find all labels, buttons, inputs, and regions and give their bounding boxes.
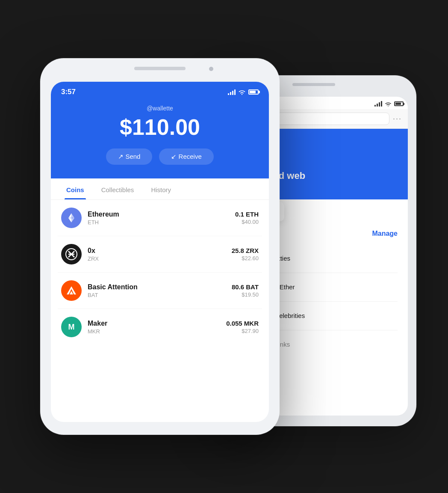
wallet-header: 3:57 @w: [51, 82, 269, 178]
back-battery-icon: [394, 101, 404, 106]
status-icons: [228, 89, 259, 95]
coin-symbol-bat: BAT: [88, 292, 226, 298]
browser-menu-button[interactable]: ···: [393, 114, 402, 123]
eth-icon: [61, 208, 82, 228]
coin-amount-mkr: 0.055 MKR: [226, 320, 259, 327]
receive-button[interactable]: ↙ Receive: [159, 148, 213, 165]
battery-fill: [250, 91, 256, 93]
phone-front: 3:57 @w: [40, 58, 280, 435]
coin-symbol-zrx: ZRX: [88, 255, 226, 262]
coin-info-bat: Basic Attention BAT: [88, 283, 226, 298]
svg-point-0: [242, 94, 242, 95]
wallet-username: @wallette: [61, 105, 259, 112]
coin-item-eth[interactable]: Ethereum ETH 0.1 ETH $40.00: [58, 200, 262, 236]
back-signal-icon: [374, 101, 382, 107]
wifi-icon: [238, 89, 246, 95]
coin-amount-zrx: 25.8 ZRX: [232, 247, 259, 254]
front-phone-screen: 3:57 @w: [51, 82, 269, 422]
svg-text:M: M: [68, 323, 75, 331]
coin-value-zrx: 25.8 ZRX $22.60: [232, 247, 259, 261]
wallet-actions: ↗ Send ↙ Receive: [61, 148, 259, 165]
coin-info-zrx: 0x ZRX: [88, 247, 226, 262]
coin-name-mkr: Maker: [88, 320, 220, 327]
coin-list: Ethereum ETH 0.1 ETH $40.00: [51, 200, 269, 345]
scene: coinbase.com ··· ecentralized web er DAp…: [32, 33, 416, 460]
tab-collectibles[interactable]: Collectibles: [93, 178, 143, 199]
front-phone-notch: [134, 67, 186, 70]
tab-coins[interactable]: Coins: [58, 178, 93, 199]
coin-usd-eth: $40.00: [235, 219, 259, 225]
mkr-icon: M: [61, 317, 82, 337]
coin-usd-bat: $19.50: [232, 291, 259, 298]
send-button[interactable]: ↗ Send: [106, 148, 152, 165]
coin-usd-mkr: $27.90: [226, 328, 259, 334]
coin-item-bat[interactable]: Basic Attention BAT 80.6 BAT $19.50: [58, 273, 262, 309]
zrx-icon: [61, 244, 82, 264]
battery-icon: [248, 89, 259, 95]
wallet-tabs: Coins Collectibles History: [51, 178, 269, 200]
coin-amount-bat: 80.6 BAT: [232, 283, 259, 291]
status-time: 3:57: [61, 88, 76, 96]
coin-value-eth: 0.1 ETH $40.00: [235, 211, 259, 225]
svg-marker-4: [68, 218, 71, 223]
coin-usd-zrx: $22.60: [232, 255, 259, 261]
back-phone-notch: [292, 83, 335, 86]
coin-symbol-eth: ETH: [88, 219, 229, 226]
coin-name-zrx: 0x: [88, 247, 226, 255]
wallet-balance: $110.00: [61, 114, 259, 140]
back-wifi-icon: [385, 101, 392, 107]
coin-amount-eth: 0.1 ETH: [235, 211, 259, 218]
bat-icon: [61, 280, 82, 301]
coin-symbol-mkr: MKR: [88, 328, 220, 335]
coin-name-eth: Ethereum: [88, 211, 229, 218]
front-phone-camera: [209, 67, 213, 71]
coin-item-mkr[interactable]: M Maker MKR 0.055 MKR $27.90: [58, 309, 262, 345]
coin-value-mkr: 0.055 MKR $27.90: [226, 320, 259, 334]
tab-history[interactable]: History: [142, 178, 180, 199]
coin-info-eth: Ethereum ETH: [88, 211, 229, 226]
svg-marker-3: [71, 218, 74, 223]
coin-item-zrx[interactable]: 0x ZRX 25.8 ZRX $22.60: [58, 236, 262, 273]
signal-icon: [228, 89, 236, 95]
coin-value-bat: 80.6 BAT $19.50: [232, 283, 259, 298]
status-bar: 3:57: [61, 82, 259, 100]
coin-name-bat: Basic Attention: [88, 283, 226, 291]
manage-link[interactable]: Manage: [372, 230, 398, 238]
coin-info-mkr: Maker MKR: [88, 320, 220, 335]
